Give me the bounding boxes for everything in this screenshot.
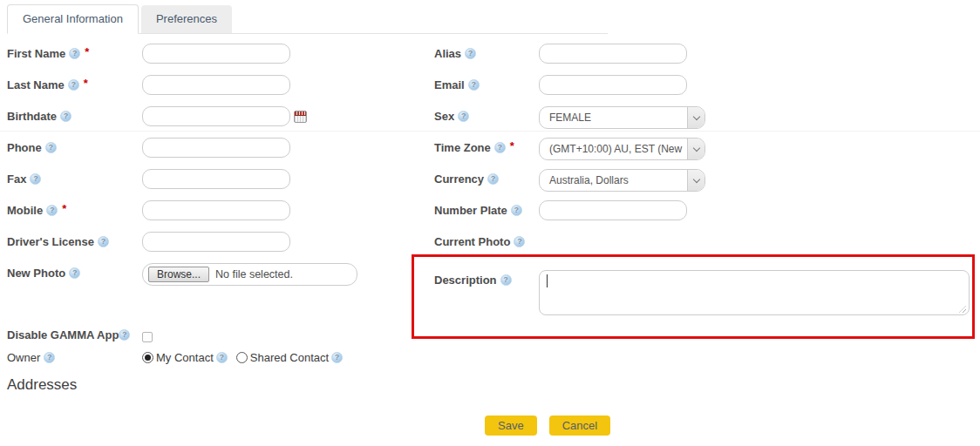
- field-row-birthdate: Birthdate ?: [7, 105, 408, 136]
- birthdate-label: Birthdate: [7, 110, 57, 123]
- drivers-license-input[interactable]: [142, 232, 290, 252]
- email-label-group: Email ?: [434, 73, 539, 91]
- email-field[interactable]: [539, 75, 687, 95]
- shared-contact-radio-label[interactable]: Shared Contact: [250, 351, 329, 364]
- sex-label-group: Sex ?: [434, 105, 539, 123]
- field-row-description: Description ?: [434, 268, 980, 321]
- description-label-group: Description ?: [434, 268, 539, 287]
- mobile-input[interactable]: [142, 200, 290, 220]
- file-status-text: No file selected.: [215, 268, 293, 280]
- shared-contact-radio[interactable]: [236, 352, 248, 363]
- required-asterisk: *: [84, 77, 88, 90]
- owner-option-shared-contact: Shared Contact ?: [236, 351, 343, 364]
- current-photo-label-group: Current Photo ?: [434, 230, 539, 248]
- mobile-label-group: Mobile ? *: [7, 199, 142, 217]
- help-icon[interactable]: ?: [30, 173, 41, 185]
- fax-label-group: Fax ?: [7, 167, 142, 186]
- time-zone-label: Time Zone: [434, 141, 491, 154]
- action-button-row: Save Cancel: [485, 416, 610, 436]
- description-textarea[interactable]: [539, 270, 970, 315]
- help-icon[interactable]: ?: [500, 274, 512, 286]
- disable-gamma-app-checkbox[interactable]: [142, 332, 153, 342]
- field-row-email: Email ?: [434, 73, 980, 105]
- help-icon[interactable]: ?: [44, 352, 55, 363]
- number-plate-input[interactable]: [539, 200, 687, 220]
- help-icon[interactable]: ?: [46, 205, 58, 216]
- currency-label: Currency: [434, 172, 484, 186]
- last-name-label: Last Name: [7, 78, 65, 91]
- fax-input[interactable]: [142, 169, 290, 189]
- tab-general-information[interactable]: General Information: [7, 4, 139, 34]
- chevron-down-icon: [687, 170, 704, 191]
- last-name-label-group: Last Name ? *: [7, 73, 142, 91]
- disable-gamma-app-label: Disable GAMMA App: [7, 328, 119, 341]
- help-icon[interactable]: ?: [69, 267, 80, 279]
- required-asterisk: *: [62, 202, 66, 215]
- save-button[interactable]: Save: [485, 416, 537, 436]
- help-icon[interactable]: ?: [216, 352, 228, 363]
- owner-option-my-contact: My Contact ?: [142, 351, 228, 364]
- field-row-last-name: Last Name ? *: [7, 73, 408, 105]
- help-icon[interactable]: ?: [494, 142, 506, 153]
- phone-label-group: Phone ?: [7, 136, 142, 154]
- help-icon[interactable]: ?: [119, 329, 130, 341]
- time-zone-select[interactable]: (GMT+10:00) AU, EST (New: [539, 138, 705, 160]
- chevron-down-icon: [687, 139, 704, 159]
- tab-preferences[interactable]: Preferences: [141, 5, 232, 33]
- first-name-input[interactable]: [142, 44, 290, 64]
- fax-label: Fax: [7, 172, 26, 186]
- help-icon[interactable]: ?: [465, 48, 476, 59]
- drivers-license-label-group: Driver's License ?: [7, 230, 142, 248]
- field-row-currency: Currency ? Australia, Dollars: [434, 167, 980, 199]
- birthdate-input[interactable]: [142, 106, 290, 126]
- my-contact-radio[interactable]: [142, 352, 153, 363]
- field-row-new-photo: New Photo ? Browse... No file selected.: [7, 261, 408, 293]
- email-label: Email: [434, 78, 465, 91]
- calendar-icon[interactable]: [294, 111, 307, 123]
- currency-label-group: Currency ?: [434, 167, 539, 186]
- help-icon[interactable]: ?: [511, 205, 522, 216]
- owner-radio-group: My Contact ? Shared Contact ?: [142, 347, 343, 364]
- currency-select[interactable]: Australia, Dollars: [539, 169, 705, 192]
- browse-button[interactable]: Browse...: [148, 267, 209, 282]
- birthdate-label-group: Birthdate ?: [7, 105, 142, 123]
- field-row-owner: Owner ? My Contact ? Shared Contact ?: [7, 347, 408, 369]
- field-row-phone: Phone ?: [7, 136, 408, 167]
- addresses-heading: Addresses: [7, 369, 408, 394]
- sex-label: Sex: [434, 110, 454, 123]
- help-icon[interactable]: ?: [68, 79, 79, 91]
- sex-select-value: FEMALE: [540, 112, 687, 124]
- sex-select[interactable]: FEMALE: [539, 106, 705, 129]
- field-row-current-photo: Current Photo ?: [434, 230, 980, 256]
- new-photo-label-group: New Photo ?: [7, 261, 142, 280]
- field-row-fax: Fax ?: [7, 167, 408, 199]
- disable-gamma-app-label-group: Disable GAMMA App ?: [7, 324, 142, 341]
- owner-label: Owner: [7, 351, 40, 364]
- first-name-label: First Name: [7, 47, 65, 60]
- help-icon[interactable]: ?: [45, 142, 57, 153]
- help-icon[interactable]: ?: [458, 111, 469, 122]
- help-icon[interactable]: ?: [60, 111, 71, 122]
- help-icon[interactable]: ?: [69, 48, 80, 59]
- help-icon[interactable]: ?: [514, 236, 525, 247]
- new-photo-file-input[interactable]: Browse... No file selected.: [142, 263, 357, 286]
- required-asterisk: *: [510, 139, 514, 152]
- alias-label-group: Alias ?: [434, 42, 539, 60]
- help-icon[interactable]: ?: [468, 79, 480, 91]
- alias-input[interactable]: [539, 44, 687, 64]
- field-row-mobile: Mobile ? *: [7, 199, 408, 230]
- field-row-drivers-license: Driver's License ?: [7, 230, 408, 261]
- my-contact-radio-label[interactable]: My Contact: [156, 351, 214, 364]
- help-icon[interactable]: ?: [98, 236, 109, 247]
- form-left-column: First Name ? * Last Name ? * Birthdate ?: [7, 42, 408, 394]
- alias-label: Alias: [434, 47, 461, 60]
- time-zone-label-group: Time Zone ? *: [434, 136, 539, 154]
- help-icon[interactable]: ?: [331, 352, 343, 363]
- number-plate-label: Number Plate: [434, 204, 507, 217]
- field-row-time-zone: Time Zone ? * (GMT+10:00) AU, EST (New: [434, 136, 980, 167]
- phone-input[interactable]: [142, 138, 290, 158]
- last-name-input[interactable]: [142, 75, 290, 95]
- number-plate-label-group: Number Plate ?: [434, 199, 539, 217]
- cancel-button[interactable]: Cancel: [549, 416, 610, 436]
- help-icon[interactable]: ?: [487, 173, 499, 185]
